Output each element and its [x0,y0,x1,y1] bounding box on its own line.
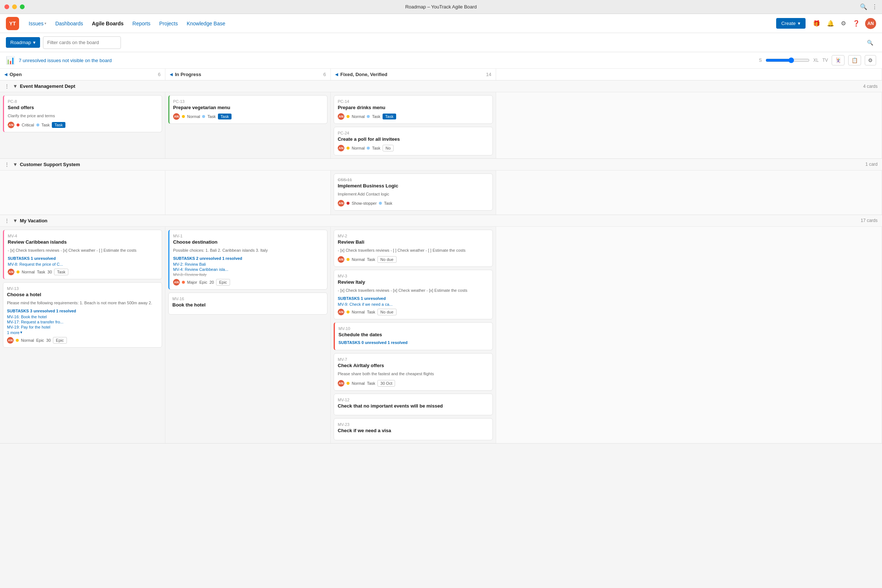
settings-icon[interactable]: ⚙ [839,18,848,28]
card-mv7[interactable]: MV-7 Check AirItaly offers Please share … [334,353,493,390]
help-icon[interactable]: ❓ [851,18,861,28]
swimlane-menu-icon[interactable]: ⋮ [4,162,9,167]
filter-wrap: 🔍 [43,36,876,49]
status-badge: Task [382,114,396,119]
swim-col-fixed: MV-2 Review Bali - [x] Check travellers … [331,227,496,444]
nav-issues[interactable]: Issues ▾ [25,18,50,28]
bell-icon[interactable]: 🔔 [825,18,836,28]
card-id: CSS-11 [338,177,489,182]
subtask-link[interactable]: MV-4: Review Caribbean isla... [173,267,323,272]
status-badge: Task [54,268,68,275]
view-list-button[interactable]: 📋 [848,55,861,65]
more-icon[interactable]: ⋮ [872,3,878,10]
subtask-link[interactable]: MV-17: Request a transfer fro... [7,320,158,324]
card-title: Create a poll for all invitees [338,136,489,142]
swimlane-menu-icon[interactable]: ⋮ [4,83,9,89]
expand-icon[interactable]: ▼ [13,83,18,89]
card-mv2[interactable]: MV-2 Review Bali - [x] Check travellers … [334,230,493,267]
nav-agile-boards[interactable]: Agile Boards [88,18,127,28]
card-mv16[interactable]: MV-16 Book the hotel [168,292,327,315]
card-desc: Please mind the following requirements: … [7,300,158,306]
nav-knowledge-base[interactable]: Knowledge Base [183,18,229,28]
card-mv4[interactable]: MV-4 Review Caribbean islands - [x] Chec… [3,230,162,279]
card-id: MV-7 [338,357,489,362]
col-header-fixed-done: ◀ Fixed, Done, Verified 14 [331,69,496,80]
card-id: MV-2 [338,234,489,238]
priority-label: Normal [187,114,200,119]
card-id: MV-23 [338,422,489,427]
minimize-button[interactable] [12,4,17,9]
card-id: MV-12 [338,398,489,402]
card-pc24[interactable]: PC-24 Create a poll for all invitees AN … [334,127,493,156]
card-pc13[interactable]: PC-13 Prepare vegetarian menu AN Normal … [168,95,327,124]
card-pc8[interactable]: PC-8 Send offers Clarify the price and t… [3,95,162,132]
card-mv3[interactable]: MV-3 Review Italy - [x] Check travellers… [334,270,493,320]
card-id: MV-3 [338,274,489,278]
status-badge: Task [52,122,65,128]
card-mv12[interactable]: MV-12 Check that no important events wil… [334,394,493,416]
maximize-button[interactable] [20,4,25,9]
swim-col-extra [496,92,882,158]
subtask-link[interactable]: MV-19: Pay for the hotel [7,325,158,329]
swimlane-menu-icon[interactable]: ⋮ [4,218,9,224]
search-icon[interactable]: 🔍 [860,3,867,10]
card-id: PC-24 [338,131,489,135]
subtask-link[interactable]: MV-2: Review Bali [173,262,323,266]
expand-icon[interactable]: ▼ [13,162,18,167]
card-subtasks-label: SUBTASKS 2 unresolved 1 resolved [173,256,323,261]
card-desc: Implement Add Contact logic [338,192,489,197]
card-pc14[interactable]: PC-14 Prepare drinks menu AN Normal Task… [334,95,493,124]
card-mv13[interactable]: MV-13 Choose a hotel Please mind the fol… [3,282,162,348]
card-desc: - [x] Check travellers reviews - [ ] Che… [338,248,489,253]
card-title: Review Italy [338,279,489,285]
card-title: Check AirItaly offers [338,363,489,369]
status-badge: 30 Oct [377,380,395,387]
column-headers: ◀ Open 6 ◀ In Progress 6 ◀ Fixed, Done, … [0,69,882,81]
avatar: AN [7,337,14,344]
card-mv23[interactable]: MV-23 Check if we need a visa [334,418,493,440]
subtask-link-resolved[interactable]: MV-3: Review Italy [173,272,323,277]
subtask-link[interactable]: MV-9: Check if we need a ca... [338,302,489,306]
priority-label: Critical [22,123,34,127]
swim-col-open: MV-4 Review Caribbean islands - [x] Chec… [0,227,165,444]
extra-label: 20 [210,280,214,285]
expand-icon[interactable]: ▼ [13,218,18,224]
top-nav: YT Issues ▾ Dashboards Agile Boards Repo… [0,14,882,33]
board-container: ◀ Open 6 ◀ In Progress 6 ◀ Fixed, Done, … [0,69,882,579]
subtask-link[interactable]: MV-16: Book the hotel [7,315,158,319]
size-slider[interactable] [765,57,810,63]
create-button[interactable]: Create ▾ [776,18,806,28]
card-desc: Clarify the price and terms [8,113,158,119]
gift-icon[interactable]: 🎁 [812,18,822,28]
more-subtasks-link[interactable]: 1 more ▾ [7,330,158,335]
swim-col-extra [496,227,882,444]
card-title: Book the hotel [172,302,323,308]
card-footer: AN Normal Task 30 Oct [338,380,489,387]
type-icon [36,123,39,126]
card-footer: AN Major Epic 20 Epic [173,279,323,285]
nav-dashboards[interactable]: Dashboards [51,18,87,28]
type-icon [367,147,370,150]
card-mv1[interactable]: MV-1 Choose destination Possible choices… [168,230,327,290]
card-title: Prepare drinks menu [338,105,489,111]
filter-input[interactable] [43,36,121,49]
view-kanban-button[interactable]: 🃏 [832,55,844,65]
close-button[interactable] [4,4,9,9]
card-footer: AN Critical Task Task [8,122,158,128]
view-settings-button[interactable]: ⚙ [865,55,876,65]
user-avatar[interactable]: AN [865,18,876,29]
roadmap-dropdown-button[interactable]: Roadmap ▾ [6,37,40,48]
card-mv10[interactable]: MV-10 Schedule the dates SUBTASKS 0 unre… [334,322,493,350]
type-label: Task [372,146,380,150]
card-title: Review Bali [338,239,489,246]
nav-projects[interactable]: Projects [156,18,182,28]
card-id: MV-1 [173,234,323,238]
subtask-link[interactable]: MV-8: Request the price of C... [8,262,158,266]
unresolved-issues-link[interactable]: 7 unresolved issues not visible on the b… [19,58,112,63]
card-css11[interactable]: CSS-11 Implement Business Logic Implemen… [334,174,493,211]
size-xl-label: XL [813,58,819,63]
card-footer: AN Normal Task Task [338,113,489,120]
col-header-in-progress: ◀ In Progress 6 [165,69,331,80]
logo[interactable]: YT [6,17,19,30]
nav-reports[interactable]: Reports [129,18,154,28]
